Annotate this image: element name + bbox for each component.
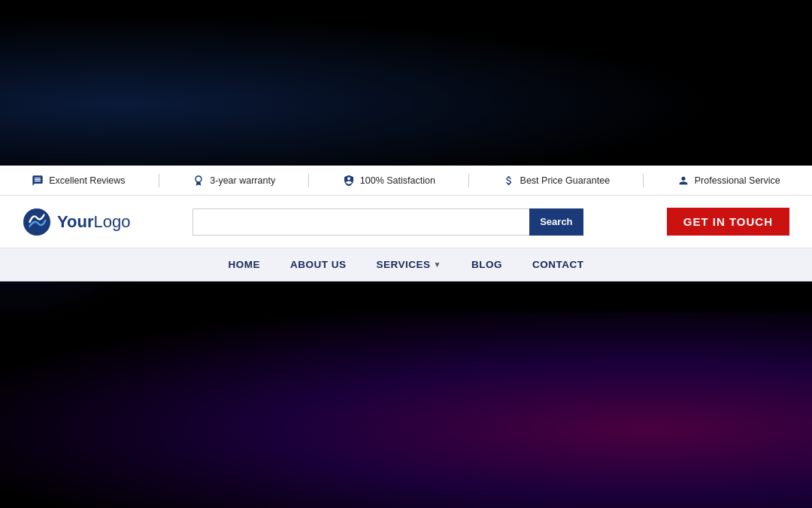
topbar-item-warranty: 3-year warranty [192,175,275,187]
topbar-item-satisfaction: 100% Satisfaction [343,175,435,187]
nav-item-blog[interactable]: BLOG [471,259,502,270]
dollar-icon [503,175,515,187]
main-header: YourLogo Search GET IN TOUCH [0,196,812,248]
logo-light: Logo [93,212,130,231]
search-button[interactable]: Search [529,208,583,236]
topbar-service-label: Professional Service [695,175,780,186]
header-wrapper: Excellent Reviews 3-year warranty 100% S… [0,166,812,281]
topbar-item-price: Best Price Guarantee [503,175,611,187]
topbar-satisfaction-label: 100% Satisfaction [360,175,435,186]
divider-3 [468,174,469,187]
topbar-item-service: Professional Service [677,175,780,187]
badge-icon [343,175,355,187]
chat-icon [32,175,44,187]
logo-icon [23,208,51,236]
chevron-down-icon: ▼ [434,260,441,269]
topbar-price-label: Best Price Guarantee [520,175,611,186]
nav-item-contact[interactable]: CONTACT [532,259,584,270]
search-input[interactable] [192,208,530,236]
person-icon [677,175,689,187]
logo-text: YourLogo [57,212,130,232]
nav-home-label: HOME [229,259,261,270]
divider-4 [643,174,644,187]
nav-item-home[interactable]: HOME [229,259,261,270]
logo-area: YourLogo [23,208,143,236]
top-bar: Excellent Reviews 3-year warranty 100% S… [0,166,812,196]
logo-bold: Your [57,212,93,231]
search-area: Search [192,208,583,236]
ribbon-icon [192,175,205,187]
get-in-touch-button[interactable]: GET IN TOUCH [667,208,789,236]
nav-services-label: SERVICES [377,259,431,270]
topbar-warranty-label: 3-year warranty [210,175,275,186]
nav-item-about[interactable]: ABOUT US [290,259,347,270]
nav-item-services[interactable]: SERVICES ▼ [377,259,441,270]
topbar-reviews-label: Excellent Reviews [49,175,125,186]
nav-contact-label: CONTACT [532,259,584,270]
divider-2 [308,174,309,187]
nav-bar: HOME ABOUT US SERVICES ▼ BLOG CONTACT [0,248,812,281]
nav-about-label: ABOUT US [290,259,347,270]
topbar-item-reviews: Excellent Reviews [32,175,125,187]
nav-blog-label: BLOG [471,259,502,270]
divider-1 [159,174,159,187]
